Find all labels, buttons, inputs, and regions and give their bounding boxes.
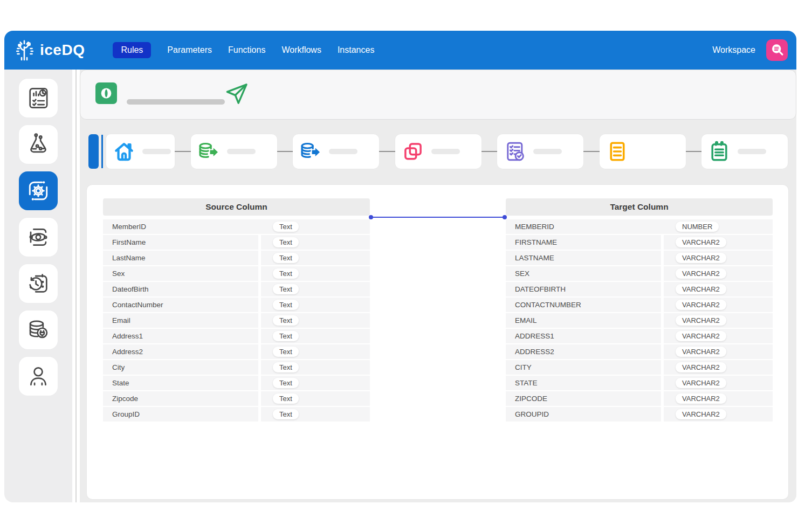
step-target[interactable] (293, 134, 379, 169)
step-label-skeleton (142, 149, 171, 154)
column-type-cell: VARCHAR2 (664, 376, 773, 390)
sidebar-item-lab[interactable] (19, 125, 58, 164)
column-mapping-card: Source Column MemberIDTextFirstNameTextL… (87, 185, 788, 499)
column-type-cell: VARCHAR2 (664, 235, 773, 250)
workspace-search-button[interactable] (766, 39, 788, 61)
column-type-cell: VARCHAR2 (664, 329, 773, 343)
active-step-indicator (88, 134, 99, 169)
table-row[interactable]: ADDRESS2VARCHAR2 (506, 344, 773, 359)
type-badge: VARCHAR2 (676, 253, 726, 263)
type-badge: VARCHAR2 (676, 362, 726, 372)
table-row[interactable]: ZIPCODEVARCHAR2 (506, 391, 773, 406)
step-overview[interactable] (88, 134, 175, 169)
app-window: iceDQ Rules Parameters Functions Workflo… (4, 31, 796, 502)
type-badge: Text (273, 300, 299, 310)
column-type-cell: Text (261, 219, 370, 234)
table-row[interactable]: GroupIDText (103, 407, 370, 422)
table-row[interactable]: DATEOFBIRTHVARCHAR2 (506, 282, 773, 296)
column-type-cell: VARCHAR2 (664, 391, 773, 406)
nav-item-workflows[interactable]: Workflows (281, 45, 321, 55)
nav-item-parameters[interactable]: Parameters (167, 45, 212, 55)
table-row[interactable]: CONTACTNUMBERVARCHAR2 (506, 298, 773, 312)
table-row[interactable]: LastNameText (103, 251, 370, 265)
table-row[interactable]: SexText (103, 266, 370, 281)
step-label-skeleton (431, 149, 460, 154)
nav-item-instances[interactable]: Instances (338, 45, 374, 55)
step-connector (686, 151, 702, 152)
table-row[interactable]: StateText (103, 376, 370, 390)
sidebar-item-sync[interactable] (19, 218, 58, 257)
step-label-skeleton (329, 149, 357, 154)
column-type-cell: VARCHAR2 (664, 251, 773, 265)
column-type-cell: Text (261, 360, 370, 375)
lab-flask-icon (26, 132, 51, 157)
column-type-cell: Text (261, 391, 370, 406)
sidebar-divider (72, 70, 80, 502)
type-badge: VARCHAR2 (676, 347, 726, 357)
step-script[interactable] (600, 134, 686, 169)
column-name: CONTACTNUMBER (506, 298, 661, 312)
type-badge: Text (273, 222, 299, 232)
table-row[interactable]: GROUPIDVARCHAR2 (506, 407, 773, 422)
table-row[interactable]: FirstNameText (103, 235, 370, 250)
document-lines-icon (606, 140, 629, 163)
table-row[interactable]: CityText (103, 360, 370, 375)
source-table-header: Source Column (103, 198, 370, 216)
table-row[interactable]: MemberIDText (103, 219, 370, 234)
sidebar-item-schedule[interactable] (19, 264, 58, 303)
type-badge: VARCHAR2 (676, 409, 726, 419)
step-connector (583, 151, 600, 152)
checklist-verified-icon (503, 140, 527, 163)
column-type-cell: VARCHAR2 (664, 313, 773, 328)
table-row[interactable]: ADDRESS1VARCHAR2 (506, 329, 773, 343)
table-row[interactable]: FIRSTNAMEVARCHAR2 (506, 235, 773, 250)
table-row[interactable]: DateofBirthText (103, 282, 370, 296)
step-connector (277, 151, 293, 152)
sidebar-item-rule-engine[interactable] (19, 171, 58, 210)
type-badge: VARCHAR2 (676, 378, 726, 388)
type-badge: VARCHAR2 (676, 315, 726, 326)
sidebar-item-report[interactable] (19, 79, 58, 118)
top-navbar: iceDQ Rules Parameters Functions Workflo… (4, 31, 796, 70)
table-row[interactable]: Address1Text (103, 329, 370, 343)
step-label-skeleton (227, 149, 256, 154)
sidebar-item-connections[interactable] (19, 310, 58, 349)
notepad-icon (707, 140, 731, 163)
type-badge: Text (273, 331, 299, 341)
nav-item-functions[interactable]: Functions (228, 45, 265, 55)
table-row[interactable]: LASTNAMEVARCHAR2 (506, 251, 773, 265)
column-name: MEMBERID (506, 219, 661, 234)
column-name: GroupID (103, 407, 258, 422)
table-row[interactable]: ContactNumberText (103, 298, 370, 312)
active-step-line (101, 135, 103, 168)
column-name: Address1 (103, 329, 258, 343)
sidebar-item-user[interactable] (19, 357, 58, 396)
table-row[interactable]: STATEVARCHAR2 (506, 376, 773, 390)
column-name: State (103, 376, 258, 390)
paper-plane-icon[interactable] (224, 81, 250, 107)
column-type-cell: NUMBER (664, 219, 773, 234)
table-row[interactable]: SEXVARCHAR2 (506, 266, 773, 281)
table-row[interactable]: EMAILVARCHAR2 (506, 313, 773, 328)
step-validation[interactable] (497, 134, 583, 169)
brand-name: iceDQ (40, 42, 85, 59)
step-source[interactable] (191, 134, 277, 169)
table-row[interactable]: CITYVARCHAR2 (506, 360, 773, 375)
nav-links: Rules Parameters Functions Workflows Ins… (113, 42, 374, 58)
column-name: CITY (506, 360, 661, 375)
type-badge: VARCHAR2 (676, 300, 726, 310)
table-row[interactable]: MEMBERIDNUMBER (506, 219, 773, 234)
step-connector (379, 151, 395, 152)
table-row[interactable]: Address2Text (103, 344, 370, 359)
nav-item-rules[interactable]: Rules (113, 42, 151, 58)
workspace-link[interactable]: Workspace (712, 45, 755, 55)
step-summary[interactable] (701, 134, 788, 169)
type-badge: Text (273, 284, 299, 294)
column-type-cell: VARCHAR2 (664, 282, 773, 296)
column-name: ADDRESS1 (506, 329, 661, 343)
table-row[interactable]: EmailText (103, 313, 370, 328)
screen: iceDQ Rules Parameters Functions Workflo… (0, 0, 798, 532)
step-mapping[interactable] (395, 134, 481, 169)
database-export-blue-icon (299, 140, 322, 163)
table-row[interactable]: ZipcodeText (103, 391, 370, 406)
